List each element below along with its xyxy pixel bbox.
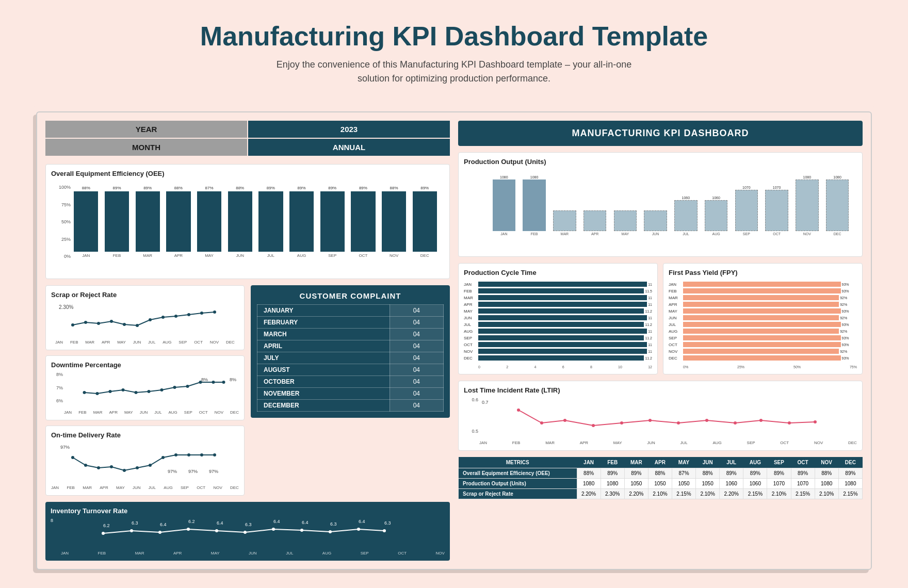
complaint-row: JULY 04 [257,352,444,364]
table-row: Overall Equipment Efficiency (OEE)88%89%… [459,468,863,479]
delivery-chart: 97% 97% 97% 97% [51,442,239,490]
prod-output-chart: 1080 JAN 1080 FEB MAR APR MAY JUN 1060 [464,169,857,251]
svg-point-3 [110,320,113,323]
oee-bar-group: 89% JUL [256,186,285,258]
svg-point-28 [123,469,126,472]
prod-bar-group: 1070 OCT [763,174,791,236]
svg-point-29 [136,466,139,469]
cycle-row: NOV 11 [464,349,652,354]
complaint-row: APRIL 04 [257,340,444,352]
oee-bar-group: 89% SEP [318,186,347,258]
fpy-row: SEP 93% [669,335,857,340]
fpy-title: First Pass Yield (FPY) [669,269,857,276]
oee-bar-group: 89% DEC [410,186,439,258]
oee-bar-group: 88% JUN [225,186,254,258]
svg-point-11 [213,311,216,314]
svg-text:6.3: 6.3 [384,520,391,526]
prod-bar-group: 1060 AUG [702,174,731,236]
left-panel: YEAR 2023 MONTH ANNUAL Overall Equipment… [45,121,450,561]
svg-point-43 [300,529,303,532]
svg-point-7 [161,316,165,319]
svg-point-2 [97,322,100,325]
svg-point-35 [213,453,216,456]
svg-point-42 [272,528,275,531]
inventory-y-value: 8 [51,518,53,523]
ltir-svg [479,397,857,438]
page-header: Manufacturing KPI Dashboard Template Enj… [0,0,908,96]
right-mid: CUSTOMER COMPLAINT JANUARY 04 FEBRUARY 0… [251,285,450,496]
downtime-svg-wrap: 8% 8% [64,372,239,410]
svg-text:6.3: 6.3 [330,521,337,527]
prod-bar-group: 1080 FEB [520,174,549,236]
svg-point-1 [84,321,87,324]
year-value: 2023 [248,121,450,138]
cycle-row: AUG 11 [464,329,652,334]
svg-point-40 [215,529,218,532]
table-row: Production Output (Units)108010801050105… [459,479,863,489]
bottom-table-container: METRICSJANFEBMARAPRMAYJUNJULAUGSEPOCTNOV… [458,457,863,499]
svg-point-15 [122,388,125,391]
downtime-yaxis: 8% 7% 6% [51,372,63,403]
svg-point-60 [563,419,566,422]
svg-point-27 [110,465,113,468]
oee-bars: 88% JAN 89% FEB 89% MAR 88% APR 87% MAY … [72,186,439,258]
complaint-row: NOVEMBER 04 [257,388,444,400]
svg-point-65 [705,419,708,422]
delivery-months: JANFEBMARAPRMAYJUNJULAUGSEPOCTNOVDEC [51,485,239,490]
oee-chart-container: Overall Equipment Efficiency (OEE) 100% … [45,164,450,279]
svg-point-20 [186,385,189,388]
complaint-title: CUSTOMER COMPLAINT [257,291,444,300]
svg-point-61 [592,424,595,427]
oee-chart-title: Overall Equipment Efficiency (OEE) [51,170,444,177]
delivery-chart-container: On-time Delivery Rate 97% 97% 97% 97% [45,426,245,496]
oee-bar-chart: 100% 75% 50% 25% 0% 88% JAN 89% FEB 89% [51,181,444,273]
svg-text:6.4: 6.4 [160,522,167,527]
svg-point-10 [200,312,203,315]
prod-output-title: Production Output (Units) [464,158,857,166]
downtime-months: JANFEBMARAPRMAYJUNJULAUGSEPOCTNOVDEC [64,410,239,415]
svg-point-41 [244,531,247,534]
bottom-table: METRICSJANFEBMARAPRMAYJUNJULAUGSEPOCTNOV… [458,457,863,499]
fpy-row: JUN 92% [669,315,857,320]
oee-bar-group: 88% JAN [72,186,101,258]
cycle-time-chart: JAN 11 FEB 11.5 MAR 11 APR 11 [464,280,652,369]
cycle-row: OCT 11 [464,342,652,347]
oee-bar-group: 88% NOV [380,186,409,258]
ltir-chart: 0.6 0.5 0.7 [464,397,857,445]
scrap-line-svg [51,302,239,338]
complaint-row: AUGUST 04 [257,364,444,376]
year-label: YEAR [45,121,247,138]
scrap-highlight: 2.30% [59,304,73,310]
prod-bar-group: 1070 SEP [732,174,761,236]
svg-point-62 [620,421,623,424]
downtime-title: Downtime Percentage [51,361,239,369]
prod-bar-group: MAY [611,174,640,236]
svg-point-24 [71,456,74,459]
year-month-header: YEAR 2023 MONTH ANNUAL [45,121,450,156]
complaint-box: CUSTOMER COMPLAINT JANUARY 04 FEBRUARY 0… [251,285,450,418]
svg-point-5 [136,324,139,327]
svg-point-12 [83,391,86,394]
delivery-title: On-time Delivery Rate [51,431,239,439]
scrap-months: JANFEBMARAPRMAYJUNJULAUGSEPOCTNOVDEC [51,340,239,345]
left-mid: Scrap or Reject Rate 2.30% [45,285,245,496]
inventory-section: Inventory Turnover Rate 8 [45,502,450,561]
complaint-table: JANUARY 04 FEBRUARY 04 MARCH 04 APRIL 04… [257,304,444,412]
svg-point-34 [200,453,203,456]
svg-point-36 [102,532,105,535]
downtime-chart: 8% 7% 6% 8% 8% [51,372,239,415]
complaint-row: DECEMBER 04 [257,400,444,412]
svg-point-33 [187,453,190,456]
svg-point-22 [212,381,215,384]
prod-output-container: Production Output (Units) 1080 JAN 1080 … [458,152,863,257]
cycle-row: APR 11 [464,302,652,307]
svg-text:6.3: 6.3 [132,520,138,526]
fpy-chart: JAN 93% FEB 93% MAR 92% APR 92% [669,280,857,369]
svg-point-32 [174,453,177,456]
fpy-row: NOV 92% [669,349,857,354]
svg-text:6.2: 6.2 [188,519,195,524]
oee-bar-group: 89% MAR [133,186,162,258]
cycle-row: DEC 11.2 [464,355,652,361]
cycle-row: JAN 11 [464,282,652,287]
ltir-container: Lost Time Incident Rate (LTIR) 0.6 0.5 0… [458,381,863,451]
